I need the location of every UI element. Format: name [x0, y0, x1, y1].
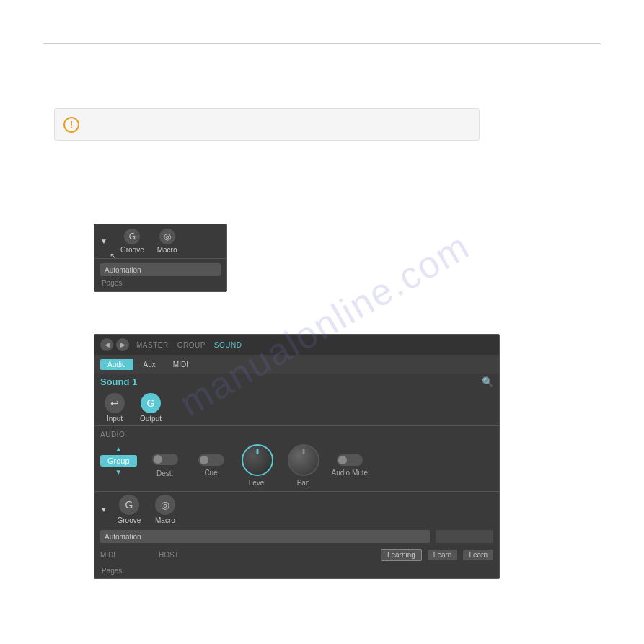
- groove-icon: G: [124, 229, 140, 244]
- nav-btn-right[interactable]: ▶: [116, 338, 129, 351]
- tab-aux[interactable]: Aux: [136, 359, 163, 370]
- automation-row: Automation: [94, 527, 499, 546]
- io-controls-row: ↩ Input G Output: [94, 390, 499, 425]
- cursor-icon: ↖: [110, 251, 117, 258]
- learn-button-2[interactable]: Learn: [463, 550, 493, 560]
- top-rule: [43, 43, 601, 44]
- macro-button[interactable]: ◎ Macro: [157, 229, 177, 254]
- pages-label: Pages: [100, 279, 221, 287]
- automation-bar-right: [436, 530, 493, 543]
- pages-label-main: Pages: [100, 567, 122, 575]
- cue-col: Cue: [193, 454, 229, 477]
- level-label: Level: [249, 479, 266, 487]
- input-icon: ↩: [105, 393, 125, 413]
- nav-btn-left[interactable]: ◀: [100, 338, 113, 351]
- tab-audio[interactable]: Audio: [100, 359, 133, 370]
- macro-label-main: Macro: [155, 516, 175, 524]
- dest-col: ▲ Group ▼ Cue: [100, 446, 137, 486]
- pan-col: Pan: [286, 444, 322, 487]
- audio-mute-col: Audio Mute: [332, 454, 369, 477]
- input-label: Input: [107, 415, 123, 423]
- output-icon: G: [141, 393, 161, 413]
- dest-arrow-down[interactable]: ▼: [115, 469, 122, 476]
- sound-name-row: Sound 1 🔍: [94, 374, 499, 390]
- small-panel-body: Automation Pages: [94, 259, 226, 291]
- tab-group[interactable]: GROUP: [173, 338, 210, 352]
- automation-bar-main[interactable]: Automation: [100, 530, 430, 543]
- audio-header: AUDIO: [100, 431, 493, 438]
- pan-knob-indicator: [302, 449, 304, 454]
- host-label: Host: [159, 551, 179, 559]
- pages-row: Pages: [94, 564, 499, 578]
- search-icon[interactable]: 🔍: [482, 376, 493, 387]
- cue-toggle-switch[interactable]: [152, 454, 178, 465]
- macro-icon: ◎: [159, 229, 175, 244]
- cue-label: Cue: [204, 469, 217, 477]
- audio-aux-midi-tabs: Audio Aux MIDI: [94, 355, 499, 374]
- bottom-panel-arrow[interactable]: ▼: [100, 506, 107, 513]
- dest-label-col: Dest.: [147, 454, 183, 477]
- audio-mute-label: Audio Mute: [332, 469, 369, 477]
- midi-host-row: MIDI Host Learning Learn Learn: [94, 546, 499, 564]
- input-button[interactable]: ↩ Input: [100, 393, 129, 423]
- tab-midi[interactable]: MIDI: [166, 359, 195, 370]
- sound-name: Sound 1: [100, 376, 477, 387]
- automation-bar[interactable]: Automation: [100, 263, 221, 276]
- groove-btn-main[interactable]: G Groove: [115, 495, 144, 524]
- learn-button-1[interactable]: Learn: [428, 550, 458, 560]
- cue-switch[interactable]: [198, 454, 224, 466]
- pan-knob[interactable]: [288, 444, 319, 476]
- panel-arrow-icon[interactable]: ▼: [100, 237, 107, 245]
- midi-label: MIDI: [100, 551, 115, 559]
- tab-sound[interactable]: SOUND: [210, 338, 247, 352]
- automation-label: Automation: [105, 266, 141, 274]
- audio-section: AUDIO ▲ Group ▼ Cue Dest. Cue: [94, 426, 499, 491]
- tab-master[interactable]: MASTER: [132, 338, 173, 352]
- macro-icon-main: ◎: [155, 495, 175, 515]
- output-button[interactable]: G Output: [136, 393, 165, 423]
- dest-arrow-up[interactable]: ▲: [115, 446, 122, 453]
- audio-controls: ▲ Group ▼ Cue Dest. Cue: [100, 444, 493, 487]
- groove-button[interactable]: G Groove: [120, 229, 144, 254]
- groove-label: Groove: [120, 246, 144, 254]
- midi-section: MIDI Host: [100, 551, 375, 559]
- warning-icon: !: [63, 117, 79, 133]
- main-panel: ◀ ▶ MASTER GROUP SOUND Audio Aux MIDI So…: [94, 334, 500, 579]
- level-knob-indicator: [256, 449, 258, 454]
- macro-btn-main[interactable]: ◎ Macro: [151, 495, 180, 524]
- output-label: Output: [140, 415, 162, 423]
- learning-button[interactable]: Learning: [381, 549, 422, 561]
- macro-label: Macro: [157, 246, 177, 254]
- pan-label: Pan: [297, 479, 310, 487]
- level-col: Level: [239, 444, 275, 487]
- groove-label-main: Groove: [118, 516, 141, 524]
- automation-main-label: Automation: [105, 533, 141, 541]
- level-knob[interactable]: [242, 444, 273, 476]
- groove-icon-main: G: [119, 495, 139, 515]
- warning-box: !: [54, 108, 480, 141]
- cue-col-label: Dest.: [156, 469, 173, 477]
- audio-mute-switch[interactable]: [337, 454, 363, 466]
- cue-toggle[interactable]: [152, 454, 178, 465]
- dest-button[interactable]: Group: [100, 455, 137, 467]
- main-panel-topbar: ◀ ▶ MASTER GROUP SOUND: [94, 335, 499, 355]
- bottom-controls-row: ▼ G Groove ◎ Macro: [94, 492, 499, 527]
